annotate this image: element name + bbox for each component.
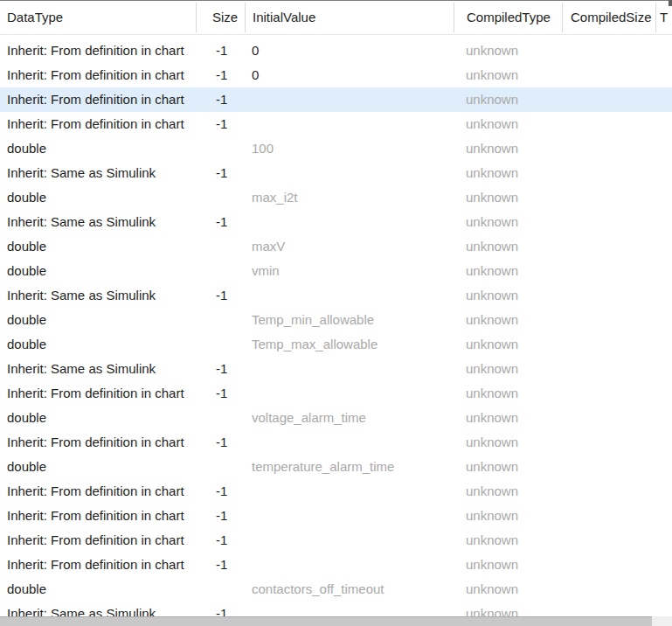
cell-datatype[interactable]: Inherit: From definition in chart [0, 430, 196, 455]
cell-initialvalue[interactable] [245, 283, 454, 308]
table-row[interactable]: double temperature_alarm_time unknown [0, 455, 672, 479]
cell-initialvalue[interactable]: contactors_off_timeout [245, 577, 454, 602]
cell-size[interactable]: -1 [196, 38, 245, 63]
table-row[interactable]: Inherit: From definition in chart -1 unk… [0, 87, 672, 112]
table-row[interactable]: Inherit: From definition in chart -1 unk… [0, 504, 672, 528]
cell-size[interactable] [196, 406, 245, 430]
cell-size[interactable] [196, 136, 245, 161]
cell-size[interactable]: -1 [196, 528, 245, 553]
column-header-compiledtype[interactable]: CompiledType [454, 3, 562, 32]
cell-datatype[interactable]: Inherit: From definition in chart [0, 87, 196, 112]
cell-datatype[interactable]: double [0, 455, 196, 479]
cell-datatype[interactable]: double [0, 185, 196, 210]
cell-datatype[interactable]: double [0, 577, 196, 602]
cell-size[interactable] [196, 577, 245, 602]
table-row[interactable]: double Temp_min_allowable unknown [0, 308, 672, 332]
table-row[interactable]: double max_i2t unknown [0, 185, 672, 210]
cell-size[interactable]: -1 [196, 87, 245, 112]
cell-initialvalue[interactable]: Temp_max_allowable [245, 332, 454, 357]
cell-datatype[interactable]: Inherit: From definition in chart [0, 479, 196, 504]
cell-datatype[interactable]: double [0, 136, 196, 161]
horizontal-scrollbar-thumb[interactable] [0, 616, 652, 626]
table-row[interactable]: Inherit: Same as Simulink -1 unknown [0, 357, 672, 381]
cell-datatype[interactable]: double [0, 332, 196, 357]
cell-size[interactable]: -1 [196, 430, 245, 455]
cell-initialvalue[interactable]: 0 [245, 63, 454, 87]
cell-initialvalue[interactable]: temperature_alarm_time [245, 455, 454, 479]
cell-initialvalue[interactable] [245, 381, 454, 406]
cell-initialvalue[interactable]: vmin [245, 259, 454, 283]
cell-datatype[interactable]: Inherit: Same as Simulink [0, 161, 196, 185]
cell-size[interactable]: -1 [196, 63, 245, 87]
table-row[interactable]: double 100 unknown [0, 136, 672, 161]
cell-datatype[interactable]: Inherit: From definition in chart [0, 63, 196, 87]
cell-datatype[interactable]: double [0, 406, 196, 430]
cell-size[interactable]: -1 [196, 504, 245, 528]
cell-size[interactable]: -1 [196, 210, 245, 234]
cell-initialvalue[interactable] [245, 528, 454, 553]
cell-datatype[interactable]: double [0, 308, 196, 332]
table-row[interactable]: Inherit: From definition in chart -1 0 u… [0, 63, 672, 87]
cell-datatype[interactable]: Inherit: From definition in chart [0, 381, 196, 406]
cell-size[interactable] [196, 259, 245, 283]
column-header-datatype[interactable]: DataType [0, 3, 196, 32]
cell-initialvalue[interactable] [245, 357, 454, 381]
cell-size[interactable] [196, 332, 245, 357]
cell-initialvalue[interactable] [245, 210, 454, 234]
horizontal-scrollbar[interactable] [0, 616, 672, 626]
table-row[interactable]: double voltage_alarm_time unknown [0, 406, 672, 430]
table-row[interactable]: Inherit: From definition in chart -1 unk… [0, 553, 672, 577]
cell-size[interactable]: -1 [196, 357, 245, 381]
cell-initialvalue[interactable] [245, 479, 454, 504]
table-row[interactable]: Inherit: From definition in chart -1 unk… [0, 112, 672, 136]
cell-initialvalue[interactable]: Temp_min_allowable [245, 308, 454, 332]
cell-size[interactable] [196, 185, 245, 210]
cell-datatype[interactable]: Inherit: From definition in chart [0, 504, 196, 528]
cell-initialvalue[interactable]: voltage_alarm_time [245, 406, 454, 430]
cell-initialvalue[interactable] [245, 504, 454, 528]
column-header-compiledsize[interactable]: CompiledSize [562, 3, 655, 32]
cell-size[interactable]: -1 [196, 381, 245, 406]
cell-size[interactable]: -1 [196, 161, 245, 185]
cell-initialvalue[interactable]: 0 [245, 38, 454, 63]
cell-initialvalue[interactable]: 100 [245, 136, 454, 161]
cell-datatype[interactable]: Inherit: Same as Simulink [0, 283, 196, 308]
table-row[interactable]: double Temp_max_allowable unknown [0, 332, 672, 357]
cell-initialvalue[interactable] [245, 87, 454, 112]
cell-initialvalue[interactable] [245, 161, 454, 185]
table-row[interactable]: double vmin unknown [0, 259, 672, 283]
cell-size[interactable]: -1 [196, 112, 245, 136]
table-row[interactable]: Inherit: Same as Simulink -1 unknown [0, 283, 672, 308]
cell-initialvalue[interactable] [245, 553, 454, 577]
table-row[interactable]: Inherit: From definition in chart -1 unk… [0, 528, 672, 553]
column-header-truncated[interactable]: T [655, 3, 672, 32]
table-row[interactable]: Inherit: Same as Simulink -1 unknown [0, 161, 672, 185]
column-header-size[interactable]: Size [196, 3, 245, 32]
cell-datatype[interactable]: Inherit: Same as Simulink [0, 210, 196, 234]
table-row[interactable]: Inherit: From definition in chart -1 0 u… [0, 38, 672, 63]
cell-size[interactable]: -1 [196, 283, 245, 308]
table-row[interactable]: Inherit: From definition in chart -1 unk… [0, 479, 672, 504]
vertical-scrollbar-cap[interactable] [669, 0, 672, 6]
cell-datatype[interactable]: Inherit: From definition in chart [0, 38, 196, 63]
cell-size[interactable] [196, 308, 245, 332]
cell-size[interactable]: -1 [196, 479, 245, 504]
cell-size[interactable] [196, 455, 245, 479]
table-row[interactable]: double maxV unknown [0, 234, 672, 259]
cell-datatype[interactable]: Inherit: Same as Simulink [0, 357, 196, 381]
table-row[interactable]: Inherit: From definition in chart -1 unk… [0, 381, 672, 406]
table-row[interactable]: Inherit: Same as Simulink -1 unknown [0, 210, 672, 234]
cell-initialvalue[interactable] [245, 112, 454, 136]
cell-initialvalue[interactable] [245, 430, 454, 455]
cell-datatype[interactable]: Inherit: From definition in chart [0, 553, 196, 577]
cell-datatype[interactable]: double [0, 259, 196, 283]
cell-datatype[interactable]: Inherit: From definition in chart [0, 112, 196, 136]
cell-size[interactable]: -1 [196, 553, 245, 577]
column-header-initialvalue[interactable]: InitialValue [245, 3, 454, 32]
cell-datatype[interactable]: double [0, 234, 196, 259]
table-row[interactable]: double contactors_off_timeout unknown [0, 577, 672, 602]
cell-size[interactable] [196, 234, 245, 259]
cell-initialvalue[interactable]: maxV [245, 234, 454, 259]
table-row[interactable]: Inherit: From definition in chart -1 unk… [0, 430, 672, 455]
cell-initialvalue[interactable]: max_i2t [245, 185, 454, 210]
